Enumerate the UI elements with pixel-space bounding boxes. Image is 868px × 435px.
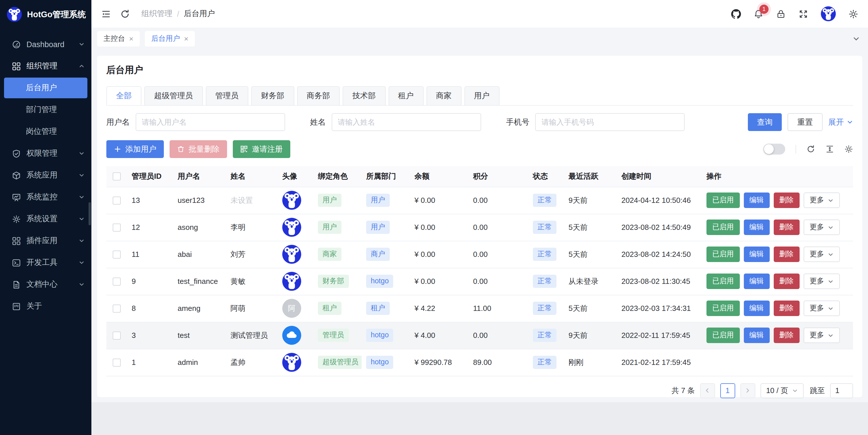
lock-screen-icon[interactable] [776,9,786,19]
delete-button[interactable]: 删除 [773,247,799,262]
row-checkbox[interactable] [113,358,121,366]
fullscreen-icon[interactable] [799,9,808,19]
edit-button[interactable]: 编辑 [744,301,769,316]
role-tab-1[interactable]: 超级管理员 [144,86,203,105]
more-button[interactable]: 更多 [803,328,840,343]
enabled-button[interactable]: 已启用 [707,274,740,289]
pagination-page-1[interactable]: 1 [720,383,735,398]
row-checkbox[interactable] [113,250,121,258]
table-density-icon[interactable] [826,145,834,153]
edit-button[interactable]: 编辑 [744,274,769,289]
user-avatar[interactable] [282,326,301,345]
role-tab-2[interactable]: 管理员 [206,86,248,105]
notifications-bell-icon[interactable]: 1 [754,9,764,19]
sidebar-item-dashboard[interactable]: Dashboard [0,33,91,55]
role-tab-3[interactable]: 财务部 [251,86,294,105]
user-avatar[interactable] [282,353,301,372]
breadcrumb-parent[interactable]: 组织管理 [142,9,173,19]
role-tab-7[interactable]: 商家 [426,86,461,105]
row-checkbox[interactable] [113,331,121,339]
table-refresh-icon[interactable] [806,145,815,153]
user-avatar[interactable]: 阿 [282,299,301,318]
sidebar-item-perm-manage[interactable]: 权限管理 [0,143,91,164]
edit-button[interactable]: 编辑 [744,247,769,262]
refresh-icon[interactable] [120,9,130,19]
tab-backend-users[interactable]: 后台用户 × [145,31,194,46]
sidebar-item-about[interactable]: 关于 [0,296,91,317]
delete-button[interactable]: 删除 [773,274,799,289]
delete-button[interactable]: 删除 [773,219,799,235]
username-input[interactable] [135,113,285,131]
role-tab-6[interactable]: 租户 [388,86,423,105]
delete-button[interactable]: 删除 [773,301,799,316]
user-avatar[interactable] [282,272,301,291]
role-tab-8[interactable]: 用户 [464,86,499,105]
tab-options-chevron-icon[interactable] [852,35,860,42]
mobile-input[interactable] [535,113,685,131]
role-tab-4[interactable]: 商务部 [297,86,340,105]
delete-button[interactable]: 删除 [773,328,799,343]
expand-toggle[interactable]: 展开 [828,117,853,127]
sidebar-item-plugin-app[interactable]: 插件应用 [0,230,91,252]
row-checkbox[interactable] [113,304,121,312]
sidebar-collapse-icon[interactable] [101,9,111,19]
close-icon[interactable]: × [129,35,133,42]
sidebar-item-sys-monitor[interactable]: 系统监控 [0,186,91,208]
row-checkbox[interactable] [113,277,121,285]
sidebar-item-doc-center[interactable]: 文档中心 [0,274,91,296]
column-header: 操作 [702,166,853,187]
column-settings-gear-icon[interactable] [844,145,853,153]
role-tab-0[interactable]: 全部 [106,86,142,105]
reset-button[interactable]: 重置 [787,113,823,131]
app-logo[interactable]: HotGo管理系统 [0,0,91,29]
close-icon[interactable]: × [184,35,188,42]
delete-button[interactable]: 删除 [773,192,799,208]
cell-checkbox [106,214,127,241]
sidebar-item-label: 系统设置 [26,214,79,224]
more-button[interactable]: 更多 [803,219,840,235]
user-avatar[interactable] [282,218,301,237]
user-avatar[interactable] [282,245,301,264]
sidebar-item-sys-app[interactable]: 系统应用 [0,164,91,186]
sidebar-item-org-manage[interactable]: 组织管理 [0,55,91,77]
edit-button[interactable]: 编辑 [744,219,769,235]
user-avatar[interactable] [282,191,301,210]
sidebar-item-dev-tools[interactable]: 开发工具 [0,252,91,274]
enabled-button[interactable]: 已启用 [707,219,740,235]
settings-gear-icon[interactable] [848,9,858,19]
pagination-prev-button[interactable] [700,383,715,398]
enabled-button[interactable]: 已启用 [707,192,740,208]
batch-delete-button[interactable]: 批量删除 [169,140,227,158]
page-size-select[interactable]: 10 / 页 [760,383,804,398]
sidebar-item-sys-setting[interactable]: 系统设置 [0,208,91,230]
row-checkbox[interactable] [113,196,121,204]
cell-created-at: 2022-02-11 17:59:45 [617,322,702,349]
enabled-button[interactable]: 已启用 [707,301,740,316]
row-checkbox[interactable] [113,223,121,231]
search-button[interactable]: 查询 [748,113,782,131]
sidebar-item-post-manage[interactable]: 岗位管理 [0,121,91,143]
more-button[interactable]: 更多 [803,192,840,208]
striped-toggle[interactable] [764,144,785,155]
enabled-button[interactable]: 已启用 [707,328,740,343]
invite-register-button[interactable]: 邀请注册 [233,140,290,158]
more-button[interactable]: 更多 [803,274,840,289]
edit-button[interactable]: 编辑 [744,328,769,343]
sidebar-scrollbar-thumb[interactable] [89,202,91,225]
add-user-button[interactable]: 添加用户 [106,140,164,158]
pagination-next-button[interactable] [740,383,755,398]
tab-console[interactable]: 主控台 × [97,31,140,46]
more-button[interactable]: 更多 [803,301,840,316]
enabled-button[interactable]: 已启用 [707,247,740,262]
current-user-avatar[interactable] [821,6,836,21]
jump-page-input[interactable] [830,383,853,398]
github-icon[interactable] [731,9,741,19]
breadcrumb-current[interactable]: 后台用户 [184,9,215,19]
select-all-checkbox[interactable] [113,173,121,181]
more-button[interactable]: 更多 [803,247,840,262]
sidebar-item-backend-users[interactable]: 后台用户 [4,77,87,98]
edit-button[interactable]: 编辑 [744,192,769,208]
role-tab-5[interactable]: 技术部 [343,86,385,105]
sidebar-item-dept-manage[interactable]: 部门管理 [0,99,91,121]
realname-input[interactable] [331,113,481,131]
